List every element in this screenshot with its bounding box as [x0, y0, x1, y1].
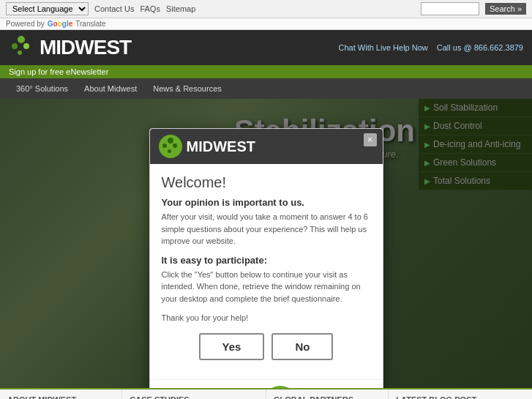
translate-bar: Powered by Google Translate — [0, 18, 532, 30]
about-section: About Midwest Midwest lives in, manufact… — [0, 389, 122, 399]
modal-body: Welcome! Your opinion is important to us… — [150, 164, 383, 379]
modal-section-2-title: It is easy to participate: — [162, 255, 371, 266]
global-partners-heading: Global Partners — [274, 395, 381, 399]
modal-buttons: Yes No — [162, 333, 371, 360]
about-heading: About Midwest — [7, 395, 114, 399]
iperceptions-logo: 4 — [262, 386, 299, 389]
latest-blog-heading: Latest Blog Post — [396, 395, 525, 399]
modal-dialog: MIDWEST × Welcome! Your opinion is impor… — [149, 128, 383, 388]
modal-logo-icon — [159, 135, 182, 158]
case-studies-section: Case Studies Helping Indonesian farmers … — [122, 389, 266, 399]
main-content: Stabilization Prevention, and you won't … — [0, 99, 532, 388]
top-bar-right: Search » — [421, 2, 526, 15]
nav-item-360[interactable]: 360° Solutions — [9, 78, 75, 99]
call-us: Call us @ 866.662.3879 — [437, 43, 523, 52]
logo-area: MIDWEST — [9, 34, 131, 61]
top-links: Contact Us FAQs Sitemap — [94, 4, 195, 13]
search-button[interactable]: Search » — [485, 3, 526, 15]
modal-subtitle: Your opinion is important to us. — [162, 197, 371, 208]
modal-body-text-2: Click the "Yes" button below to continue… — [162, 269, 371, 305]
latest-blog-section: Latest Blog Post Full Disclosure on Chem… — [389, 389, 532, 399]
logo-text: MIDWEST — [40, 36, 131, 59]
google-logo: Google — [48, 20, 72, 28]
modal-header: MIDWEST × — [150, 129, 383, 164]
top-bar-left: Select Language Contact Us FAQs Sitemap — [6, 2, 195, 15]
bottom-section: About Midwest Midwest lives in, manufact… — [0, 388, 532, 399]
modal-no-button[interactable]: No — [271, 333, 333, 360]
faqs-link[interactable]: FAQs — [140, 4, 160, 13]
modal-footer: 4 © iPerceptions 2010 — [150, 379, 383, 389]
modal-logo-text: MIDWEST — [187, 138, 255, 155]
modal-overlay: MIDWEST × Welcome! Your opinion is impor… — [0, 99, 532, 388]
powered-by-text: Powered by — [6, 20, 45, 28]
logo-icon — [9, 34, 35, 61]
contact-link[interactable]: Contact Us — [94, 4, 134, 13]
header-right: Chat With Live Help Now Call us @ 866.66… — [339, 43, 523, 52]
global-partners-section: Global Partners Dozens of projects world… — [266, 389, 389, 399]
modal-title: Welcome! — [162, 174, 371, 191]
modal-close-button[interactable]: × — [364, 133, 377, 146]
header: MIDWEST Chat With Live Help Now Call us … — [0, 30, 532, 65]
modal-body-text-1: After your visit, would you take a momen… — [162, 211, 371, 247]
modal-logo: MIDWEST — [159, 135, 255, 158]
navigation: 360° Solutions About Midwest News & Reso… — [0, 78, 532, 99]
modal-thanks: Thank you for your help! — [162, 312, 371, 324]
nav-item-about[interactable]: About Midwest — [77, 78, 144, 99]
signup-text: Sign up for free eNewsletter — [9, 67, 108, 76]
modal-yes-button[interactable]: Yes — [199, 333, 265, 360]
language-select[interactable]: Select Language — [6, 2, 89, 15]
top-bar: Select Language Contact Us FAQs Sitemap … — [0, 0, 532, 18]
translate-label: Translate — [75, 20, 105, 28]
sitemap-link[interactable]: Sitemap — [166, 4, 195, 13]
signup-bar[interactable]: Sign up for free eNewsletter — [0, 65, 532, 78]
search-input[interactable] — [421, 2, 479, 15]
chat-help[interactable]: Chat With Live Help Now — [339, 43, 428, 52]
case-studies-heading: Case Studies — [130, 395, 258, 399]
nav-item-news[interactable]: News & Resources — [146, 78, 229, 99]
